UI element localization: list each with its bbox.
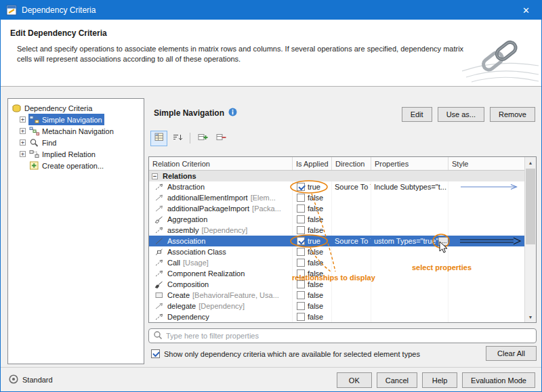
- is-applied-checkbox[interactable]: [297, 248, 305, 256]
- tree-items: +Simple Navigation+Metachain Navigation+…: [8, 114, 144, 171]
- composition-icon: [154, 280, 165, 288]
- clear-all-button[interactable]: Clear All: [486, 346, 537, 361]
- is-applied-checkbox[interactable]: [297, 302, 305, 310]
- is-applied-checkbox[interactable]: [297, 194, 305, 202]
- dialog-header: Edit Dependency Criteria Select and spec…: [1, 20, 541, 87]
- column-header-is-applied[interactable]: Is Applied: [293, 157, 332, 170]
- close-button[interactable]: ✕: [511, 1, 541, 20]
- sort-button[interactable]: [169, 131, 186, 146]
- relations-group-row[interactable]: − Relations: [149, 171, 524, 181]
- direction-cell: [332, 268, 371, 279]
- cancel-button[interactable]: Cancel: [377, 372, 417, 388]
- scroll-up-button[interactable]: ▲: [525, 157, 536, 168]
- criteria-tree: Dependency Criteria +Simple Navigation+M…: [7, 98, 144, 364]
- search-icon: [153, 330, 163, 341]
- is-applied-checkbox[interactable]: [297, 204, 305, 213]
- help-button[interactable]: Help: [422, 372, 457, 388]
- is-applied-value: false: [308, 291, 323, 299]
- is-applied-value: false: [308, 259, 323, 267]
- dialog-buttons: OKCancelHelpEvaluation Mode: [337, 372, 535, 388]
- use-as-button[interactable]: Use as...: [438, 107, 484, 122]
- column-header-relation-criterion[interactable]: Relation Criterion: [149, 157, 293, 170]
- tree-item-find[interactable]: +Find: [8, 137, 144, 148]
- direction-cell: [332, 290, 371, 301]
- edit-button[interactable]: Edit: [402, 107, 432, 122]
- is-applied-checkbox[interactable]: [297, 280, 305, 288]
- expand-icon[interactable]: +: [20, 151, 26, 157]
- table-row-assembly[interactable]: assembly[Dependency]false: [149, 225, 524, 236]
- is-applied-checkbox[interactable]: [297, 183, 305, 191]
- add-criterion-button[interactable]: [194, 131, 211, 146]
- style-cell: [449, 279, 524, 290]
- additionalelementimport-icon: [154, 194, 165, 202]
- properties-ellipsis-button[interactable]: ...: [438, 237, 449, 246]
- tree-item-create-operation[interactable]: +Create operation...: [8, 160, 144, 171]
- table-row-delegate[interactable]: delegate[Dependency]false: [149, 301, 524, 311]
- collapse-group-icon[interactable]: −: [152, 173, 158, 179]
- table-row-dependency[interactable]: Dependencyfalse: [149, 311, 524, 322]
- tree-item-label: Find: [42, 139, 56, 147]
- table-row-component-realization[interactable]: Component Realizationfalse: [149, 268, 524, 279]
- table-row-association-class[interactable]: Association Classfalse: [149, 246, 524, 257]
- expand-icon[interactable]: +: [20, 116, 26, 123]
- is-applied-checkbox[interactable]: [297, 215, 305, 223]
- direction-cell: Source To T...: [332, 181, 371, 192]
- show-only-checkbox[interactable]: [151, 349, 160, 358]
- tree-root-label: Dependency Criteria: [24, 104, 92, 112]
- vertical-scrollbar[interactable]: ▲ ▼: [524, 157, 536, 322]
- direction-cell: [332, 192, 371, 203]
- is-applied-value: false: [308, 204, 323, 213]
- column-header-properties[interactable]: Properties: [371, 157, 449, 170]
- column-header-direction[interactable]: Direction: [332, 157, 371, 170]
- component-realization-icon: [154, 269, 165, 278]
- is-applied-checkbox[interactable]: [297, 259, 305, 267]
- table-view-button[interactable]: [150, 131, 167, 146]
- scroll-down-button[interactable]: ▼: [525, 311, 536, 322]
- tree-item-implied-relation[interactable]: +Implied Relation: [8, 148, 144, 160]
- remove-criterion-button[interactable]: [213, 131, 230, 146]
- table-row-association[interactable]: AssociationtrueSource To T...ustom Types…: [149, 236, 524, 246]
- remove-button[interactable]: Remove: [490, 107, 535, 122]
- table-toolbar: [150, 130, 230, 146]
- relation-suffix: [Elem...: [251, 194, 276, 202]
- call-icon: [154, 259, 165, 267]
- simple-navigation-icon: [29, 115, 39, 125]
- tree-root[interactable]: Dependency Criteria: [8, 102, 144, 114]
- table-row-create[interactable]: Create[BehavioralFeature, Usa...false: [149, 290, 524, 301]
- add-criterion-icon: [198, 133, 208, 144]
- page-title: Edit Dependency Criteria: [10, 28, 107, 38]
- is-applied-checkbox[interactable]: [297, 269, 305, 278]
- is-applied-value: false: [308, 280, 323, 288]
- tree-item-metachain-navigation[interactable]: +Metachain Navigation: [8, 125, 144, 137]
- is-applied-checkbox[interactable]: [297, 291, 305, 299]
- direction-cell: [332, 257, 371, 268]
- table-row-abstraction[interactable]: AbstractiontrueSource To T...Include Sub…: [149, 181, 524, 192]
- expand-icon[interactable]: +: [20, 139, 26, 146]
- relation-suffix: [Dependency]: [199, 302, 245, 310]
- scroll-thumb[interactable]: [526, 169, 535, 244]
- table-row-additionalelementimport[interactable]: additionalElementImport[Elem...false: [149, 192, 524, 203]
- is-applied-checkbox[interactable]: [297, 226, 305, 234]
- table-row-composition[interactable]: Compositionfalse: [149, 279, 524, 290]
- expand-icon[interactable]: +: [20, 128, 26, 134]
- table-row-additionalpackageimport[interactable]: additionalPackageImport[Packa...false: [149, 203, 524, 214]
- is-applied-checkbox[interactable]: [297, 313, 305, 321]
- ok-button[interactable]: OK: [337, 372, 372, 388]
- table-row-aggregation[interactable]: Aggregationfalse: [149, 214, 524, 225]
- direction-cell: Source To T...: [332, 236, 371, 246]
- evaluation-mode-button[interactable]: Evaluation Mode: [462, 372, 535, 388]
- table-row-call[interactable]: Call[Usage]false: [149, 257, 524, 268]
- title-bar[interactable]: Dependency Criteria ✕: [1, 1, 541, 20]
- style-cell: [449, 236, 524, 246]
- table-body: AbstractiontrueSource To T...Include Sub…: [149, 181, 524, 322]
- dialog-icon: [6, 5, 17, 16]
- column-header-style[interactable]: Style: [449, 157, 526, 170]
- relation-name: Create: [167, 291, 190, 299]
- direction-cell: [332, 311, 371, 322]
- status-area: Standard: [9, 374, 53, 385]
- filter-input[interactable]: [166, 332, 532, 340]
- is-applied-value: false: [308, 313, 323, 321]
- tree-item-simple-navigation[interactable]: +Simple Navigation: [8, 114, 144, 125]
- is-applied-checkbox[interactable]: [297, 237, 305, 245]
- info-icon[interactable]: [228, 108, 237, 118]
